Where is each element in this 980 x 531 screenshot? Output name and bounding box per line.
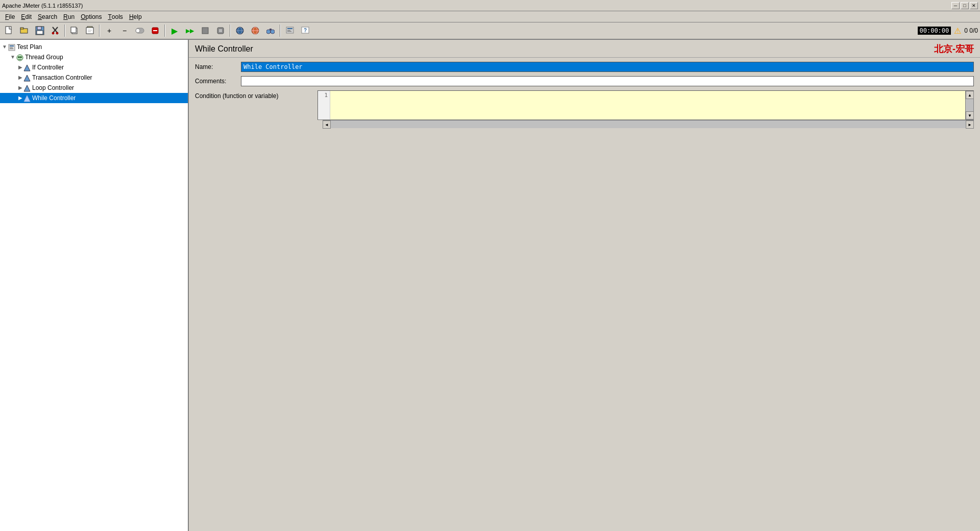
remote-exit-button[interactable] — [263, 23, 278, 38]
svg-point-8 — [52, 32, 54, 34]
tree-toggle-test-plan[interactable]: ▼ — [2, 42, 7, 52]
menu-bar: File Edit Search Run Options Tools Help — [0, 11, 980, 22]
svg-marker-48 — [24, 95, 30, 102]
remote-start-button[interactable] — [233, 23, 247, 38]
tree-item-if-controller[interactable]: ▶ If Controller — [0, 62, 188, 73]
menu-options[interactable]: Options — [78, 12, 105, 22]
tree-toggle-loop-controller[interactable]: ▶ — [18, 83, 22, 92]
svg-rect-0 — [6, 27, 11, 34]
tree-item-test-plan[interactable]: ▼ Test Plan — [0, 42, 188, 52]
menu-edit[interactable]: Edit — [18, 12, 35, 22]
condition-label: Condition (function or variable) — [195, 90, 317, 100]
menu-help[interactable]: Help — [126, 12, 145, 22]
svg-rect-34 — [287, 30, 290, 31]
tree-toggle-while-controller[interactable]: ▶ — [18, 93, 22, 103]
error-count-display: 0 0/0 — [964, 27, 978, 34]
tree-item-loop-controller[interactable]: ▶ Loop Controller — [0, 83, 188, 93]
title-bar-text: Apache JMeter (5.1.1 r1855137) — [2, 3, 951, 9]
comments-label: Comments: — [195, 78, 241, 85]
name-input[interactable] — [241, 62, 974, 72]
tree-panel: ▼ Test Plan ▼ — [0, 40, 189, 531]
cut-button[interactable] — [48, 23, 62, 38]
close-button[interactable]: ✕ — [970, 2, 978, 9]
svg-rect-22 — [219, 29, 222, 32]
name-label: Name: — [195, 63, 241, 70]
svg-marker-46 — [24, 75, 30, 81]
svg-rect-5 — [37, 31, 43, 34]
open-button[interactable] — [17, 23, 32, 38]
function-helper-button[interactable] — [283, 23, 297, 38]
start-no-pause-button[interactable]: ▶▶ — [183, 23, 197, 38]
scroll-thumb[interactable] — [966, 99, 973, 111]
vertical-scrollbar[interactable]: ▲ ▼ — [965, 91, 973, 119]
remove-button[interactable] — [148, 23, 162, 38]
horizontal-scrollbar[interactable]: ◄ ► — [323, 120, 974, 128]
condition-section: Condition (function or variable) 1 ▲ ▼ — [195, 90, 974, 128]
line-numbers: 1 — [318, 91, 330, 119]
save-button[interactable] — [33, 23, 47, 38]
menu-search[interactable]: Search — [35, 12, 60, 22]
title-bar: Apache JMeter (5.1.1 r1855137) ─ □ ✕ — [0, 0, 980, 11]
svg-rect-33 — [287, 28, 292, 29]
line-number-1: 1 — [320, 92, 328, 99]
svg-rect-2 — [20, 28, 23, 29]
tree-toggle-if-controller[interactable]: ▶ — [18, 63, 22, 72]
separator-1 — [64, 25, 65, 37]
svg-rect-20 — [202, 28, 208, 34]
wc-title-bar: While Controller 北京-宏哥 — [189, 40, 980, 58]
comments-input[interactable] — [241, 76, 974, 86]
tree-label-while-controller: While Controller — [32, 93, 76, 103]
scroll-down-arrow[interactable]: ▼ — [966, 111, 974, 119]
content-panel: While Controller 北京-宏哥 Name: Comments: — [189, 40, 980, 531]
svg-rect-40 — [10, 47, 13, 48]
toggle-button[interactable] — [133, 23, 147, 38]
horizontal-scrollbar-row: ◄ ► — [323, 120, 974, 128]
condition-textarea[interactable] — [330, 91, 965, 119]
paste-button[interactable] — [83, 23, 97, 38]
tree-toggle-transaction-controller[interactable]: ▶ — [18, 73, 22, 82]
svg-rect-41 — [10, 49, 13, 49]
tree-item-while-controller[interactable]: ▶ While Controller — [0, 93, 188, 103]
warning-icon: ⚠ — [954, 26, 961, 36]
scroll-up-arrow[interactable]: ▲ — [966, 91, 974, 99]
while-controller-panel: While Controller 北京-宏哥 Name: Comments: — [189, 40, 980, 132]
tree-item-thread-group[interactable]: ▼ Thread Group — [0, 52, 188, 62]
status-area: 00:00:00 ⚠ 0 0/0 — [313, 26, 978, 36]
menu-tools[interactable]: Tools — [105, 12, 126, 22]
h-scroll-thumb — [331, 120, 966, 128]
start-button[interactable]: ▶ — [167, 23, 182, 38]
title-bar-controls: ─ □ ✕ — [951, 2, 978, 9]
copy-button[interactable] — [67, 23, 82, 38]
tree-item-transaction-controller[interactable]: ▶ Transaction Controller — [0, 73, 188, 83]
toolbar: + − ▶ ▶▶ — [0, 22, 980, 40]
menu-run[interactable]: Run — [60, 12, 78, 22]
svg-point-43 — [18, 56, 20, 58]
help-button[interactable]: ? — [298, 23, 312, 38]
main-area: ▼ Test Plan ▼ — [0, 40, 980, 531]
tree-label-test-plan: Test Plan — [17, 42, 42, 52]
wc-form: Name: Comments: Condition (function or v… — [189, 58, 980, 132]
svg-marker-47 — [24, 85, 30, 91]
minimize-button[interactable]: ─ — [951, 2, 960, 9]
new-button[interactable] — [2, 23, 16, 38]
separator-2 — [99, 25, 100, 37]
maximize-button[interactable]: □ — [961, 2, 969, 9]
tree-label-transaction-controller: Transaction Controller — [32, 73, 92, 82]
remote-stop-button[interactable] — [248, 23, 262, 38]
menu-file[interactable]: File — [2, 12, 18, 22]
svg-point-42 — [17, 55, 23, 61]
scroll-left-arrow[interactable]: ◄ — [323, 120, 331, 129]
stop-button[interactable] — [198, 23, 212, 38]
tree-toggle-thread-group[interactable]: ▼ — [10, 53, 15, 62]
svg-point-29 — [266, 30, 271, 34]
separator-4 — [230, 25, 231, 37]
svg-point-44 — [20, 56, 22, 58]
svg-text:?: ? — [304, 28, 307, 33]
comments-row: Comments: — [195, 76, 974, 86]
scroll-right-arrow[interactable]: ► — [966, 120, 974, 129]
shutdown-button[interactable] — [213, 23, 228, 38]
expand-button[interactable]: + — [102, 23, 116, 38]
collapse-button[interactable]: − — [117, 23, 132, 38]
condition-editor: 1 ▲ ▼ — [317, 90, 974, 120]
svg-point-17 — [136, 29, 140, 33]
